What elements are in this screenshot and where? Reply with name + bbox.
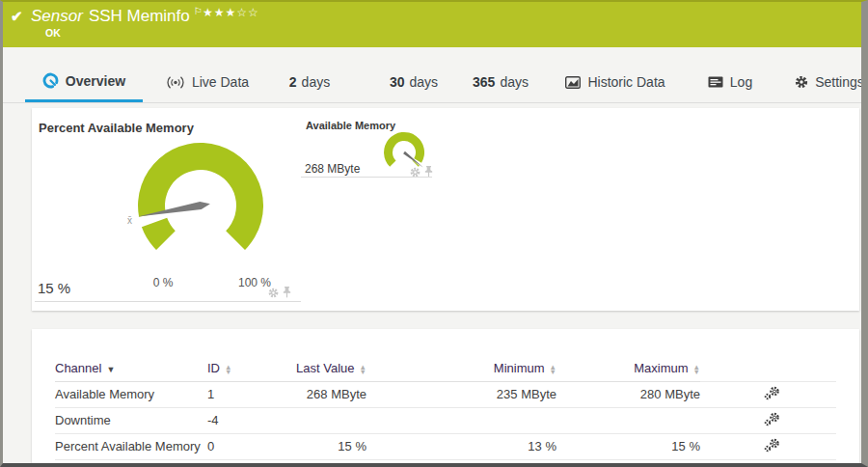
- area-chart-icon: [565, 76, 581, 89]
- cell-channel: Percent Available Memory: [55, 433, 207, 459]
- cell-maximum: [556, 407, 700, 433]
- gear-icon: [795, 75, 808, 89]
- tab-label: days: [302, 74, 331, 90]
- gauge-scale-min: 0 %: [144, 276, 182, 289]
- tab-label: Historic Data: [587, 74, 665, 90]
- tab-number: 2: [289, 74, 297, 90]
- sort-icon: [550, 365, 556, 374]
- gauge-pin-icon[interactable]: [282, 285, 292, 302]
- sort-icon: [360, 365, 366, 374]
- sort-icon: [693, 365, 700, 374]
- cell-maximum: 15 %: [556, 433, 700, 459]
- channel-settings-icon[interactable]: [764, 412, 780, 429]
- live-broadcast-icon: [166, 75, 185, 90]
- cell-id: 1: [207, 381, 270, 407]
- cell-id: -4: [207, 407, 270, 433]
- gauges-panel: Percent Available Memory x̄ 0 % 100 % 15…: [32, 108, 859, 311]
- tab-30-days[interactable]: 30 days: [379, 62, 448, 102]
- cell-last-value: [270, 407, 366, 433]
- sensor-page: ✔ SensorSSH Meminfo⚐ ★★★☆☆ OK Overview: [0, 0, 868, 467]
- channel-settings-icon[interactable]: [764, 386, 780, 403]
- cell-id: 0: [207, 433, 270, 459]
- tab-label: days: [500, 74, 529, 90]
- tab-live-data[interactable]: Live Data: [157, 62, 258, 102]
- tab-2-days[interactable]: 2 days: [280, 62, 339, 102]
- column-header-minimum[interactable]: Minimum: [366, 356, 556, 381]
- table-row: Percent Available Memory 0 15 % 13 % 15 …: [55, 433, 836, 459]
- cell-channel: Available Memory: [55, 381, 207, 407]
- status-ok-check-icon: ✔: [11, 8, 23, 25]
- column-header-maximum[interactable]: Maximum: [556, 356, 700, 381]
- tab-number: 30: [390, 74, 405, 90]
- channel-table: Channel ID Last Value Minimum Maximum Av…: [55, 356, 836, 460]
- column-header-id[interactable]: ID: [207, 356, 270, 381]
- cell-minimum: 235 MByte: [366, 381, 556, 407]
- cell-minimum: [366, 407, 556, 433]
- table-row: Downtime -4: [55, 407, 836, 433]
- tab-label: days: [410, 74, 439, 90]
- tab-overview[interactable]: Overview: [25, 62, 143, 102]
- tab-bar: Overview Live Data 2 days 30 days 365 da…: [3, 47, 861, 103]
- tab-label: Overview: [66, 73, 125, 89]
- percent-available-memory-gauge: x̄: [35, 114, 343, 297]
- priority-stars[interactable]: ★★★☆☆: [203, 6, 259, 19]
- column-header-actions: [700, 356, 836, 381]
- tab-365-days[interactable]: 365 days: [466, 62, 535, 102]
- column-header-last-value[interactable]: Last Value: [270, 356, 366, 381]
- primary-gauge-value: 15 %: [38, 280, 70, 296]
- tab-log[interactable]: Log: [702, 62, 758, 102]
- tab-settings[interactable]: Settings: [793, 62, 866, 102]
- table-header-row: Channel ID Last Value Minimum Maximum: [55, 356, 836, 381]
- gauge-settings-gear-icon[interactable]: [410, 164, 420, 181]
- channel-table-panel: Channel ID Last Value Minimum Maximum Av…: [32, 329, 859, 463]
- average-marker: x̄: [127, 215, 132, 226]
- table-row: Available Memory 1 268 MByte 235 MByte 2…: [55, 381, 836, 407]
- cell-last-value: 15 %: [270, 433, 366, 459]
- cell-minimum: 13 %: [366, 433, 556, 459]
- divider: [35, 301, 301, 302]
- status-badge: OK: [45, 27, 61, 39]
- tab-number: 365: [473, 74, 495, 90]
- sensor-kind-label: Sensor: [31, 7, 83, 25]
- flag-icon[interactable]: ⚐: [194, 6, 203, 16]
- cell-channel: Downtime: [55, 407, 207, 433]
- tab-label: Log: [730, 74, 752, 90]
- tab-label: Settings: [815, 74, 864, 90]
- tab-historic-data[interactable]: Historic Data: [561, 62, 669, 102]
- secondary-gauge-value: 268 MByte: [305, 162, 360, 176]
- channel-settings-icon[interactable]: [764, 438, 780, 455]
- sensor-status-bar: ✔ SensorSSH Meminfo⚐ ★★★☆☆ OK: [3, 2, 861, 47]
- sort-icon: [225, 365, 231, 374]
- column-header-channel[interactable]: Channel: [55, 356, 207, 381]
- sensor-name: SSH Meminfo: [89, 7, 190, 25]
- cell-last-value: 268 MByte: [270, 381, 366, 407]
- log-list-icon: [708, 76, 723, 88]
- cell-maximum: 280 MByte: [556, 381, 700, 407]
- sensor-title: SensorSSH Meminfo⚐: [31, 6, 203, 26]
- divider: [301, 177, 432, 178]
- gauge-settings-gear-icon[interactable]: [268, 285, 279, 302]
- gauge-icon: [42, 72, 59, 89]
- sort-desc-icon: [106, 365, 115, 374]
- tab-label: Live Data: [192, 74, 249, 90]
- gauge-pin-icon[interactable]: [423, 164, 434, 181]
